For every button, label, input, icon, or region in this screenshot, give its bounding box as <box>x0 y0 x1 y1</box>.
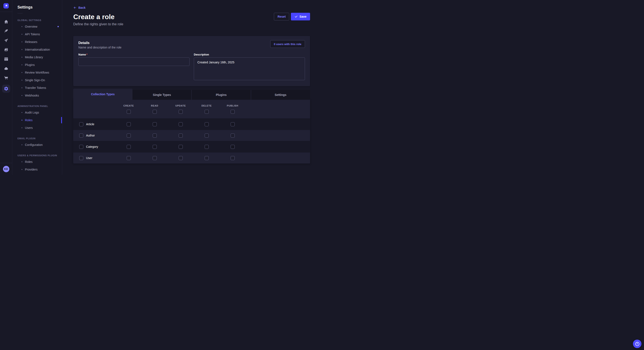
checkbox-author-update[interactable] <box>179 134 183 138</box>
perm-header-col-publish: Publish <box>220 104 246 114</box>
icon-rail: KD <box>0 0 12 175</box>
save-label: Save <box>300 15 306 18</box>
checkbox-all-delete[interactable] <box>205 110 209 114</box>
checkbox-user-read[interactable] <box>153 156 157 160</box>
check-icon <box>294 15 298 18</box>
perm-cell <box>142 145 168 149</box>
perm-column-label: Delete <box>202 104 212 107</box>
checkbox-author-create[interactable] <box>127 134 131 138</box>
sidebar-item-label: Transfer Tokens <box>25 86 46 90</box>
sidebar-item-configuration[interactable]: Configuration <box>12 141 62 149</box>
cart-icon[interactable] <box>4 75 9 80</box>
avatar[interactable]: KD <box>3 166 9 172</box>
gear-icon[interactable] <box>2 85 10 93</box>
sidebar-item-api-tokens[interactable]: API Tokens <box>12 30 62 38</box>
checkbox-category-update[interactable] <box>179 145 183 149</box>
sidebar-item-media-library[interactable]: Media Library <box>12 53 62 61</box>
paper-plane-icon[interactable] <box>4 38 9 43</box>
users-with-role-button[interactable]: 0 users with this role <box>270 40 305 48</box>
name-input[interactable] <box>78 57 190 66</box>
checkbox-user-update[interactable] <box>179 156 183 160</box>
sidebar-item-providers[interactable]: Providers <box>12 166 62 173</box>
checkbox-category-create[interactable] <box>127 145 131 149</box>
title-row: Create a role Reset Save <box>73 13 310 21</box>
tab-plugins[interactable]: Plugins <box>192 90 251 100</box>
nav-section: GLOBAL SETTINGSOverviewAPI TokensRelease… <box>12 19 62 99</box>
perm-cell <box>194 134 220 138</box>
home-icon[interactable] <box>4 19 9 24</box>
checkbox-row-user[interactable] <box>79 156 83 160</box>
checkbox-all-publish[interactable] <box>231 110 235 114</box>
perm-cell <box>142 122 168 126</box>
checkbox-article-read[interactable] <box>153 122 157 126</box>
required-asterisk: * <box>86 53 87 56</box>
bullet-icon <box>22 120 22 121</box>
checkbox-article-update[interactable] <box>179 122 183 126</box>
sidebar-item-plugins[interactable]: Plugins <box>12 61 62 69</box>
perm-cell <box>194 156 220 160</box>
checkbox-category-delete[interactable] <box>205 145 209 149</box>
sidebar-item-single-sign-on[interactable]: Single Sign-On <box>12 76 62 84</box>
permissions-panel: CreateReadUpdateDeletePublish ArticleAut… <box>73 100 310 164</box>
main-content: Back Create a role Reset Save Define the… <box>62 0 322 175</box>
sidebar-item-label: Review Workflows <box>25 71 49 74</box>
back-link[interactable]: Back <box>73 6 86 9</box>
sidebar-item-roles[interactable]: Roles <box>12 158 62 166</box>
sidebar-item-label: Internationalization <box>25 48 50 51</box>
back-label: Back <box>78 6 86 9</box>
checkbox-user-publish[interactable] <box>231 156 235 160</box>
layout-icon[interactable] <box>4 57 9 62</box>
sidebar-item-webhooks[interactable]: Webhooks <box>12 92 62 99</box>
description-textarea[interactable]: Created January 16th, 2025 <box>194 57 305 80</box>
checkbox-author-publish[interactable] <box>231 134 235 138</box>
sidebar-item-roles[interactable]: Roles <box>12 116 62 124</box>
perm-cell <box>168 134 194 138</box>
perm-cell <box>220 156 246 160</box>
row-head: Category <box>79 145 116 149</box>
feather-icon[interactable] <box>4 28 9 34</box>
bullet-icon <box>22 41 22 42</box>
sidebar-item-audit-logs[interactable]: Audit Logs <box>12 109 62 116</box>
checkbox-article-create[interactable] <box>127 122 131 126</box>
details-card: Details Name and description of the role… <box>73 36 310 86</box>
sidebar-item-users[interactable]: Users <box>12 124 62 132</box>
bullet-icon <box>22 112 22 113</box>
checkbox-user-create[interactable] <box>127 156 131 160</box>
nav-section: EMAIL PLUGINConfiguration <box>12 137 62 149</box>
sidebar-item-internationalization[interactable]: Internationalization <box>12 46 62 53</box>
sidebar-item-overview[interactable]: Overview <box>12 23 62 30</box>
checkbox-row-category[interactable] <box>79 145 83 149</box>
sidebar-item-review-workflows[interactable]: Review Workflows <box>12 69 62 76</box>
media-icon[interactable] <box>4 47 9 52</box>
tab-settings[interactable]: Settings <box>251 90 310 100</box>
checkbox-user-delete[interactable] <box>205 156 209 160</box>
checkbox-author-delete[interactable] <box>205 134 209 138</box>
bullet-icon <box>22 144 22 145</box>
checkbox-article-delete[interactable] <box>205 122 209 126</box>
perm-header-col-update: Update <box>168 104 194 114</box>
checkbox-category-read[interactable] <box>153 145 157 149</box>
table-row-author: Author <box>73 130 310 141</box>
checkbox-all-read[interactable] <box>153 110 157 114</box>
save-button[interactable]: Save <box>291 13 310 20</box>
perm-rows: ArticleAuthorCategoryUser <box>73 118 310 164</box>
sidebar-item-label: Webhooks <box>25 94 39 97</box>
sidebar-item-releases[interactable]: Releases <box>12 38 62 46</box>
cloud-icon[interactable] <box>4 66 9 71</box>
tab-collection-types[interactable]: Collection Types <box>73 89 132 100</box>
reset-button[interactable]: Reset <box>274 13 289 20</box>
logo-box <box>0 0 12 12</box>
row-label: Author <box>86 134 95 137</box>
checkbox-category-publish[interactable] <box>231 145 235 149</box>
bullet-icon <box>22 80 22 81</box>
checkbox-row-author[interactable] <box>79 134 83 138</box>
checkbox-author-read[interactable] <box>153 134 157 138</box>
sidebar-item-transfer-tokens[interactable]: Transfer Tokens <box>12 84 62 92</box>
checkbox-all-update[interactable] <box>179 110 183 114</box>
checkbox-article-publish[interactable] <box>231 122 235 126</box>
strapi-logo-icon[interactable] <box>4 3 9 8</box>
checkbox-all-create[interactable] <box>127 110 131 114</box>
tab-single-types[interactable]: Single Types <box>132 90 192 100</box>
checkbox-row-article[interactable] <box>79 122 83 126</box>
perm-column-label: Read <box>151 104 158 107</box>
